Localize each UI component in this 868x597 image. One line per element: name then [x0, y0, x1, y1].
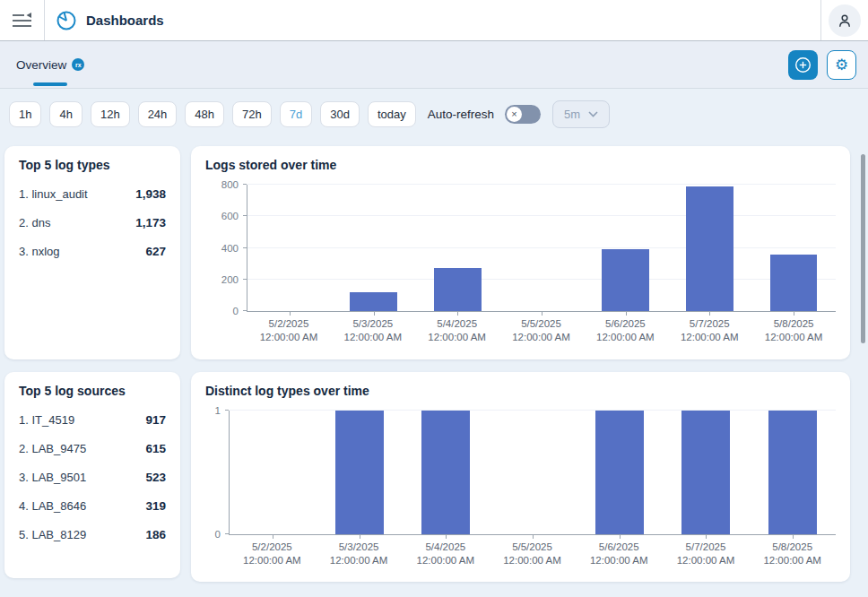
x-axis-tick: [446, 535, 447, 539]
range-button-72h[interactable]: 72h: [232, 101, 272, 127]
distinct-types-plot-area: 01: [229, 411, 836, 535]
auto-refresh-label: Auto-refresh: [428, 108, 494, 121]
range-button-12h[interactable]: 12h: [91, 101, 130, 127]
range-button-48h[interactable]: 48h: [185, 101, 224, 127]
x-axis-tick-label: 5/7/2025 12:00:00 AM: [663, 541, 750, 567]
list-item: 2. LAB_9475615: [19, 442, 166, 455]
range-button-24h[interactable]: 24h: [138, 101, 178, 127]
chart-slots: [247, 185, 836, 311]
bar[interactable]: [602, 249, 648, 311]
chart-bar-slot: [584, 185, 668, 311]
bar[interactable]: [768, 411, 817, 534]
logs-stored-bar-chart: 0200400600800 5/2/2025 12:00:00 AM5/3/20…: [205, 185, 836, 344]
add-dashboard-button[interactable]: [788, 50, 818, 80]
panel-top-log-sources-title: Top 5 log sources: [19, 384, 166, 398]
list-item-value: 615: [145, 442, 166, 455]
toggle-off-knob: ×: [507, 107, 522, 122]
distinct-types-chart-title: Distinct log types over time: [205, 384, 836, 398]
list-item-value: 186: [145, 528, 166, 541]
bar[interactable]: [770, 255, 817, 311]
x-axis-tick: [533, 535, 534, 539]
y-axis-tick: [243, 279, 247, 280]
logs-stored-plot-area: 0200400600800: [247, 185, 836, 312]
range-button-4h[interactable]: 4h: [49, 101, 82, 127]
list-item: 5. LAB_8129186: [19, 528, 166, 541]
y-axis-tick-label: 600: [221, 211, 239, 221]
x-axis-tick: [542, 312, 542, 316]
top-log-types-list: 1. linux_audit1,9382. dns1,1733. nxlog62…: [19, 187, 166, 258]
chart-bar-slot: [749, 411, 836, 534]
x-axis-tick-label: 5/6/2025 12:00:00 AM: [583, 317, 667, 344]
logs-stored-chart-title: Logs stored over time: [205, 158, 836, 172]
bar[interactable]: [434, 268, 481, 311]
panel-top-log-types: Top 5 log types 1. linux_audit1,9382. dn…: [4, 146, 180, 359]
range-button-30d[interactable]: 30d: [320, 101, 360, 127]
y-axis-tick: [243, 215, 247, 216]
panel-logs-stored-chart: Logs stored over time 0200400600800 5/2/…: [191, 146, 850, 359]
sidebar-collapse-button[interactable]: [0, 0, 45, 40]
x-axis-tick-label: 5/5/2025 12:00:00 AM: [499, 317, 584, 344]
y-axis-tick-label: 0: [233, 306, 239, 316]
y-axis-tick: [243, 184, 247, 185]
range-button-1h[interactable]: 1h: [9, 101, 41, 127]
bar[interactable]: [686, 186, 733, 311]
list-item-value: 1,938: [135, 187, 166, 201]
vertical-scrollbar-thumb[interactable]: [861, 154, 865, 343]
x-axis-tick: [626, 312, 627, 316]
x-axis-tick: [793, 535, 794, 539]
panel-top-log-types-title: Top 5 log types: [19, 158, 166, 172]
x-axis-tick: [374, 312, 375, 316]
refresh-interval-select[interactable]: 5m: [552, 100, 610, 128]
chart-bar-slot: [576, 411, 663, 534]
tab-overview-label: Overview: [16, 58, 66, 72]
bar[interactable]: [681, 411, 730, 534]
bar[interactable]: [350, 292, 396, 311]
list-item: 1. IT_4519917: [19, 413, 166, 427]
app-logo-icon: [56, 10, 77, 31]
gear-icon: ⚙: [835, 57, 848, 73]
chart-bar-slot: [751, 185, 836, 311]
x-axis-tick-label: 5/7/2025 12:00:00 AM: [667, 317, 751, 344]
list-item-value: 627: [145, 245, 166, 258]
logs-stored-x-axis-labels: 5/2/2025 12:00:00 AM5/3/2025 12:00:00 AM…: [247, 317, 836, 344]
y-axis-tick-label: 0: [215, 529, 221, 540]
x-axis-tick: [794, 312, 794, 316]
y-axis-tick: [243, 310, 247, 311]
x-axis-tick: [290, 312, 291, 316]
y-axis-tick-label: 200: [221, 274, 239, 285]
bar[interactable]: [335, 411, 384, 534]
tab-overview[interactable]: Overview rx: [11, 41, 90, 88]
sidebar-collapse-icon: [12, 13, 32, 29]
list-item-label: 1. linux_audit: [19, 187, 88, 201]
header-user-area: [820, 0, 868, 40]
auto-refresh-toggle[interactable]: ×: [505, 105, 541, 124]
list-item-value: 523: [145, 471, 166, 484]
bar[interactable]: [421, 411, 470, 534]
list-item: 3. nxlog627: [19, 245, 166, 258]
app-logo-title: Dashboards: [45, 0, 820, 40]
list-item-label: 2. dns: [19, 216, 50, 229]
user-avatar[interactable]: [829, 4, 861, 37]
chart-bar-slot: [247, 185, 332, 311]
y-axis-tick: [243, 247, 247, 248]
range-button-7d[interactable]: 7d: [280, 101, 312, 127]
list-item: 4. LAB_8646319: [19, 499, 166, 513]
chevron-down-icon: [588, 111, 598, 117]
chart-bar-slot: [663, 411, 750, 534]
tab-active-indicator: [33, 82, 67, 86]
distinct-types-bar-chart: 01 5/2/2025 12:00:00 AM5/3/2025 12:00:00…: [205, 411, 836, 567]
x-axis-tick-label: 5/6/2025 12:00:00 AM: [576, 541, 663, 567]
chart-slots: [230, 411, 836, 534]
bar[interactable]: [595, 411, 644, 534]
time-range-buttons: 1h4h12h24h48h72h7d30dtoday: [9, 101, 424, 127]
x-axis-tick-label: 5/3/2025 12:00:00 AM: [316, 541, 403, 567]
range-button-today[interactable]: today: [368, 101, 416, 127]
x-axis-tick-label: 5/8/2025 12:00:00 AM: [751, 317, 836, 344]
panel-top-log-sources: Top 5 log sources 1. IT_45199172. LAB_94…: [4, 372, 180, 578]
chart-bar-slot: [490, 411, 577, 534]
list-item-label: 1. IT_4519: [19, 413, 74, 427]
settings-button[interactable]: ⚙: [827, 50, 856, 80]
chart-bar-slot: [403, 411, 490, 534]
top-log-sources-list: 1. IT_45199172. LAB_94756153. LAB_950152…: [19, 413, 166, 541]
chart-bar-slot: [332, 185, 416, 311]
